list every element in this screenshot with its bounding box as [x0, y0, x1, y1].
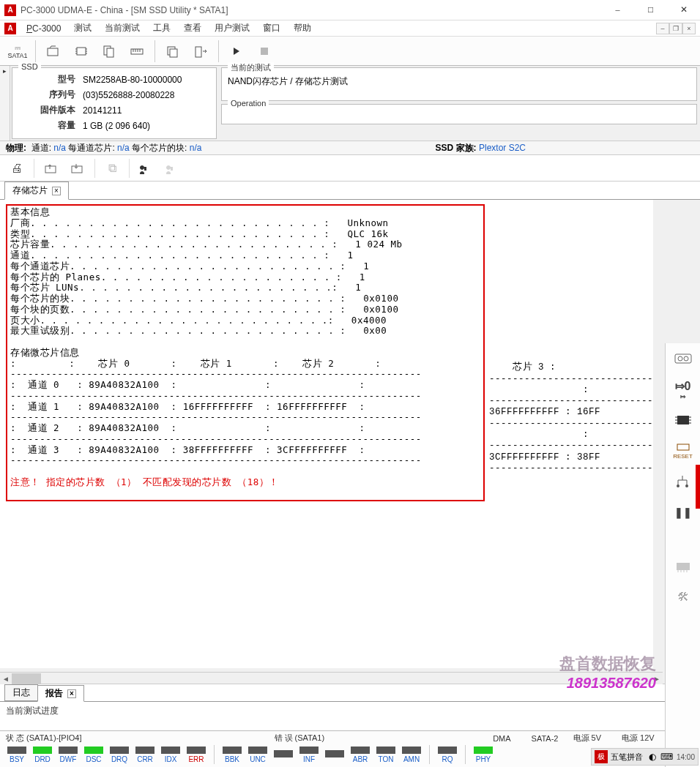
tool-sata[interactable]: ⎓SATA1 — [4, 40, 31, 63]
menu-tools[interactable]: 工具 — [147, 20, 176, 36]
menu-view[interactable]: 查看 — [178, 20, 207, 36]
tool-play-icon[interactable] — [223, 40, 250, 63]
chip-grey-icon[interactable] — [671, 555, 696, 577]
errled-inf: INF — [298, 747, 320, 763]
titlebar: A PC-3000 UDMA-E - China - [SM SSD Utili… — [0, 0, 700, 20]
curtest-fieldset: 当前的测试 NAND闪存芯片 / 存储芯片测试 — [221, 67, 697, 101]
minimize-button[interactable]: – — [601, 0, 634, 20]
tool-copy-icon[interactable] — [160, 40, 186, 63]
svg-rect-1 — [77, 48, 86, 55]
ssdfam-value: Plextor S2C — [479, 143, 526, 153]
tools-grey-icon[interactable]: 🛠 — [671, 586, 696, 608]
tab-chip[interactable]: 存储芯片 × — [4, 182, 69, 200]
svg-rect-18 — [261, 48, 268, 55]
menu-window[interactable]: 窗口 — [257, 20, 286, 36]
fw-label: 固件版本 — [20, 103, 78, 117]
find-next-icon[interactable] — [162, 158, 184, 179]
app-icon: A — [4, 4, 16, 16]
tape-icon[interactable] — [671, 348, 696, 370]
menu-current-test[interactable]: 当前测试 — [99, 20, 146, 36]
sata-label: SATA1 — [7, 53, 27, 59]
tab-chip-label: 存储芯片 — [12, 184, 48, 197]
led-rq: RQ — [436, 747, 458, 763]
tab-close-icon[interactable]: × — [52, 187, 61, 195]
mdi-restore[interactable]: ❐ — [669, 23, 682, 34]
ime-label[interactable]: 五笔拼音 — [609, 750, 644, 763]
svg-rect-0 — [48, 48, 58, 56]
report-hscroll[interactable]: ◄ ► — [0, 672, 663, 684]
menu-usertest[interactable]: 用户测试 — [209, 20, 256, 36]
tool-exit-icon[interactable] — [187, 40, 214, 63]
led-drd: DRD — [31, 747, 53, 763]
mdi-close[interactable]: × — [682, 23, 696, 34]
system-tray: 极 五笔拼音 ◐ ⌨ 14:00 — [591, 748, 699, 766]
tray-time: 14:00 — [677, 753, 695, 761]
tab-report[interactable]: 报告× — [37, 685, 84, 702]
errled-abr: ABR — [349, 747, 371, 763]
led-dwf: DWF — [57, 747, 79, 763]
operation-fieldset: Operation — [221, 104, 697, 124]
svg-rect-26 — [677, 416, 689, 424]
mdi-minimize[interactable]: – — [656, 23, 669, 34]
read-zero-icon[interactable]: ⤇0⤇ — [671, 378, 696, 400]
serial-label: 序列号 — [20, 88, 78, 102]
tool-docs-icon[interactable] — [96, 40, 122, 63]
folder-in-icon[interactable] — [67, 158, 89, 179]
physical-bar: 物理: 通道: n/a 每通道芯片: n/a 每个芯片的块: n/a SSD 家… — [0, 141, 700, 155]
tool-chip-icon[interactable] — [68, 40, 94, 63]
tray-keyboard-icon[interactable]: ⌨ — [660, 750, 674, 763]
left-spine[interactable]: ▸ — [0, 66, 10, 141]
led-phy: PHY — [472, 747, 494, 763]
cap-value: 1 GB (2 096 640) — [80, 119, 185, 132]
info-row: ▸ SSD 型号SM2258AB-80-10000000 序列号(03)5526… — [0, 66, 700, 141]
cap-label: 容量 — [20, 119, 78, 132]
print-icon[interactable]: 🖨 — [6, 158, 28, 179]
curtest-legend: 当前的测试 — [228, 62, 274, 73]
secondary-toolbar: 🖨 ⧉ — [0, 155, 700, 182]
phys-blk-label: 每个芯片的块: — [132, 142, 187, 154]
app-icon-small: A — [4, 23, 16, 34]
phys-pcc-value: n/a — [117, 143, 130, 153]
menu-app[interactable]: PPC-3000C-3000 — [21, 22, 67, 35]
menu-help[interactable]: 帮助 — [288, 20, 317, 36]
tool-ruler-icon[interactable] — [124, 40, 150, 63]
bottom-tabstrip: 日志 报告× — [0, 684, 700, 701]
tab-report-close[interactable]: × — [67, 689, 76, 698]
red-edge-decoration — [696, 465, 700, 509]
errled-amn: AMN — [401, 747, 422, 763]
hscroll-thumb[interactable] — [12, 673, 41, 684]
copy-icon[interactable]: ⧉ — [101, 158, 123, 179]
menu-test[interactable]: 测试 — [68, 20, 97, 36]
svg-point-34 — [677, 484, 679, 487]
tool-open-icon[interactable] — [40, 40, 67, 63]
folder-out-icon[interactable] — [40, 158, 62, 179]
ime-icon[interactable]: 极 — [595, 750, 608, 763]
progress-label: 当前测试进度 — [0, 701, 700, 730]
chip2-icon[interactable] — [671, 409, 696, 431]
tab-strip: 存储芯片 × — [0, 182, 700, 199]
tray-moon-icon[interactable]: ◐ — [646, 750, 659, 763]
tab-log[interactable]: 日志 — [4, 684, 38, 701]
svg-point-25 — [684, 356, 688, 361]
svg-rect-23 — [675, 354, 691, 363]
jumper-icon[interactable] — [671, 471, 696, 493]
tool-stop-icon[interactable] — [251, 40, 278, 63]
errled-blank — [272, 750, 294, 759]
maximize-button[interactable]: □ — [634, 0, 667, 20]
reset-button[interactable]: RESET — [671, 440, 696, 462]
hscroll-left-arrow[interactable]: ◄ — [0, 673, 12, 684]
hscroll-right-arrow[interactable]: ► — [651, 673, 663, 684]
right-toolbar: ⤇0⤇ RESET ❚❚ 🛠 25 — [665, 343, 700, 767]
led-idx: IDX — [160, 747, 182, 763]
pause-icon[interactable]: ❚❚ — [671, 501, 696, 523]
model-value: SM2258AB-80-10000000 — [80, 72, 185, 86]
led-bsy: BSY — [6, 747, 28, 763]
svg-rect-16 — [170, 49, 177, 57]
phys-ch-label: 通道: — [31, 142, 51, 154]
led-dsc: DSC — [83, 747, 105, 763]
svg-point-35 — [685, 484, 688, 487]
phys-pcc-label: 每通道芯片: — [68, 142, 114, 154]
errled-blank — [324, 750, 346, 759]
find-icon[interactable] — [135, 158, 157, 179]
close-button[interactable]: ✕ — [667, 0, 700, 20]
